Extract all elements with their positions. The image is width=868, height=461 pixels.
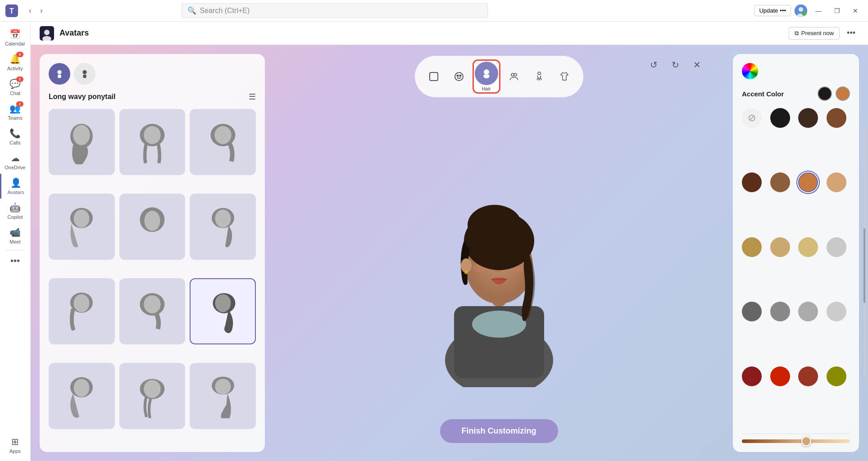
color-olive[interactable]	[827, 366, 846, 386]
slider-thumb[interactable]	[801, 436, 811, 446]
panel-tabs	[49, 63, 256, 85]
color-caramel[interactable]	[798, 172, 818, 192]
avatar-svg	[418, 171, 580, 387]
sidebar-item-calls[interactable]: 📞 Calls	[0, 124, 30, 149]
sidebar-item-teams[interactable]: 👥 2 Teams	[0, 99, 30, 124]
svg-point-18	[214, 126, 231, 144]
activity-icon: 🔔 6	[9, 54, 21, 64]
reactions-button[interactable]	[422, 65, 445, 88]
hair-button[interactable]	[475, 62, 498, 85]
sidebar-item-calendar[interactable]: 📅 Calendar	[0, 25, 30, 50]
hair-item-6[interactable]	[190, 194, 256, 260]
minimize-button[interactable]: —	[811, 5, 826, 16]
selected-colors	[818, 86, 850, 101]
panel-header: Long wavy ponytail ☰	[49, 92, 256, 102]
meet-icon: 📹	[9, 227, 21, 238]
sidebar-item-chat[interactable]: 💬 5 Chat	[0, 75, 30, 99]
selected-color-dark[interactable]	[818, 86, 832, 101]
svg-rect-37	[430, 72, 438, 81]
maximize-button[interactable]: ❐	[830, 5, 845, 16]
sidebar-bottom: ⊞ Apps	[8, 433, 23, 457]
color-very-light-gray[interactable]	[827, 302, 846, 321]
calendar-icon: 📅	[9, 29, 21, 40]
hair-item-2[interactable]	[119, 109, 186, 175]
scroll-track[interactable]	[863, 128, 865, 378]
color-dark-gray[interactable]	[742, 302, 762, 321]
hair-item-8[interactable]	[119, 278, 186, 344]
color-gold-brown[interactable]	[742, 237, 762, 257]
app-icon	[40, 26, 54, 41]
hair-item-1[interactable]	[49, 109, 115, 175]
color-warm-gold[interactable]	[770, 237, 790, 257]
avatar-3d-model	[409, 167, 589, 392]
sidebar-item-more[interactable]: •••	[0, 252, 30, 270]
svg-point-30	[215, 294, 231, 312]
sidebar-item-onedrive[interactable]: ☁ OneDrive	[0, 149, 30, 174]
redo-button[interactable]: ↻	[666, 56, 684, 74]
chat-icon: 💬 5	[9, 78, 21, 89]
sidebar-item-activity[interactable]: 🔔 6 Activity	[0, 50, 30, 75]
sidebar-item-meet[interactable]: 📹 Meet	[0, 223, 30, 248]
search-bar[interactable]: 🔍 Search (Ctrl+E)	[182, 3, 488, 18]
left-panel: Long wavy ponytail ☰	[31, 45, 274, 461]
svg-point-44	[511, 73, 514, 76]
color-red[interactable]	[770, 366, 790, 386]
user-avatar[interactable]	[795, 5, 807, 17]
color-dark-red[interactable]	[742, 366, 762, 386]
forward-button[interactable]: ›	[36, 5, 46, 17]
svg-point-41	[457, 75, 458, 77]
filter-button[interactable]: ☰	[249, 92, 256, 102]
color-light-gray[interactable]	[798, 302, 818, 321]
app-header: Avatars ⧉ Present now •••	[31, 22, 868, 45]
color-black[interactable]	[770, 108, 790, 128]
hair-item-9[interactable]	[190, 278, 256, 344]
hair-item-3[interactable]	[190, 109, 256, 175]
color-warm-brown[interactable]	[827, 108, 846, 128]
hair-item-5[interactable]	[119, 194, 186, 260]
sidebar-item-copilot[interactable]: 🤖 Copilot	[0, 199, 30, 223]
hair-item-11[interactable]	[119, 363, 186, 429]
hair-button-container: Hair	[475, 62, 498, 91]
editor-close-button[interactable]: ✕	[688, 56, 706, 74]
svg-point-3	[799, 7, 803, 12]
present-now-button[interactable]: ⧉ Present now	[789, 27, 840, 40]
header-more-button[interactable]: •••	[843, 27, 859, 40]
body-button[interactable]	[527, 65, 551, 88]
hair-item-4[interactable]	[49, 194, 115, 260]
color-panel-header	[742, 63, 850, 79]
copilot-icon: 🤖	[9, 202, 21, 213]
hair-style-panel: Long wavy ponytail ☰	[40, 54, 265, 452]
clothes-button[interactable]	[553, 65, 576, 88]
back-button[interactable]: ‹	[25, 5, 35, 17]
face-button[interactable]	[447, 65, 471, 88]
undo-button[interactable]: ↺	[645, 56, 663, 74]
facial-tab[interactable]	[74, 63, 95, 85]
finish-customizing-button[interactable]: Finish Customizing	[440, 419, 558, 443]
hair-item-12[interactable]	[190, 363, 256, 429]
color-medium-gray[interactable]	[770, 302, 790, 321]
search-placeholder: Search (Ctrl+E)	[200, 7, 250, 15]
color-light-gold[interactable]	[798, 237, 818, 257]
hair-item-7[interactable]	[49, 278, 115, 344]
action-buttons: ↺ ↻ ✕	[645, 56, 706, 74]
color-auburn[interactable]	[798, 366, 818, 386]
scroll-thumb[interactable]	[863, 228, 865, 303]
color-light-tan[interactable]	[827, 172, 846, 192]
color-deep-red-brown[interactable]	[742, 172, 762, 192]
accent-label: Accent Color	[742, 90, 784, 98]
hair-button-label: Hair	[482, 86, 491, 91]
group-button[interactable]	[502, 65, 526, 88]
hair-tab[interactable]	[49, 63, 70, 85]
color-none[interactable]: ⊘	[742, 108, 762, 128]
update-button[interactable]: Update •••	[754, 5, 791, 16]
top-toolbar: Hair	[415, 56, 583, 97]
close-button[interactable]: ✕	[848, 5, 863, 16]
color-silver-light[interactable]	[827, 237, 846, 257]
color-dark-brown[interactable]	[798, 108, 818, 128]
sidebar-item-apps[interactable]: ⊞ Apps	[8, 433, 23, 457]
sidebar-item-avatars[interactable]: 👤 Avatars	[0, 174, 30, 199]
hair-item-10[interactable]	[49, 363, 115, 429]
color-medium-brown[interactable]	[770, 172, 790, 192]
color-slider[interactable]	[742, 439, 850, 443]
selected-color-caramel[interactable]	[836, 86, 850, 101]
